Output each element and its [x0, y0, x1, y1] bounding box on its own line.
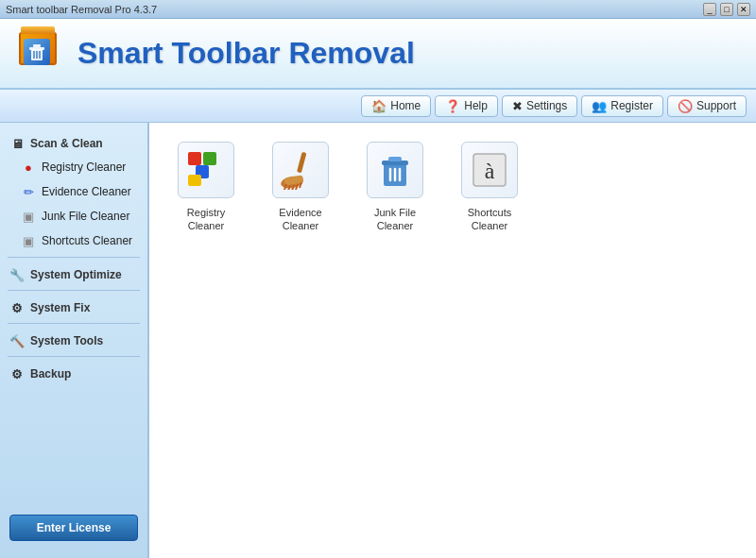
sidebar-item-evidence-cleaner[interactable]: ✏ Evidence Cleaner [0, 179, 147, 204]
evidence-cleaner-icon-box [272, 142, 329, 198]
svg-text:à: à [485, 159, 495, 183]
cleaner-item-evidence[interactable]: Evidence Cleaner [263, 142, 338, 233]
cleaner-item-shortcuts[interactable]: à Shortcuts Cleaner [452, 142, 527, 233]
junk-cleaner-svg [375, 150, 415, 190]
registry-cleaner-label: Registry Cleaner [168, 206, 244, 233]
system-fix-icon: ⚙ [9, 300, 25, 315]
maximize-button[interactable]: □ [720, 3, 733, 16]
app-title: Smart Toolbar Removal [77, 36, 415, 71]
svg-rect-6 [188, 152, 201, 165]
cleaner-item-registry[interactable]: Registry Cleaner [168, 142, 244, 233]
settings-icon: ✖ [512, 99, 523, 113]
cleaner-grid: Registry Cleaner [168, 142, 737, 233]
shortcuts-cleaner-icon-box: à [461, 142, 518, 198]
shortcuts-cleaner-icon: ▣ [21, 233, 36, 248]
cleaner-item-junk[interactable]: Junk File Cleaner [357, 142, 433, 233]
sidebar: 🖥 Scan & Clean ● Registry Cleaner ✏ Evid… [0, 123, 149, 558]
backup-icon: ⚙ [9, 366, 25, 381]
junk-file-cleaner-icon: ▣ [21, 209, 36, 224]
registry-cleaner-icon: ● [21, 160, 36, 175]
enter-license-button[interactable]: Enter License [9, 515, 138, 541]
junk-file-cleaner-icon-box [367, 142, 423, 198]
shortcuts-cleaner-svg: à [470, 150, 509, 190]
shortcuts-cleaner-label: Shortcuts Cleaner [452, 206, 527, 233]
evidence-cleaner-svg [281, 150, 320, 190]
content-area: Registry Cleaner [149, 123, 756, 558]
home-button[interactable]: 🏠 Home [361, 95, 431, 117]
registry-cleaner-svg [186, 150, 226, 190]
help-icon: ❓ [445, 99, 460, 113]
sidebar-bottom: Enter License [0, 505, 147, 550]
sidebar-item-scan-clean[interactable]: 🖥 Scan & Clean [0, 130, 147, 155]
sidebar-divider-3 [8, 323, 140, 324]
svg-rect-2 [33, 44, 41, 47]
sidebar-item-system-tools[interactable]: 🔨 System Tools [0, 328, 147, 352]
help-button[interactable]: ❓ Help [435, 95, 498, 117]
svg-rect-7 [203, 152, 216, 165]
evidence-cleaner-label: Evidence Cleaner [263, 206, 338, 233]
register-icon: 👥 [592, 99, 607, 113]
settings-button[interactable]: ✖ Settings [502, 95, 577, 117]
app-logo [14, 27, 66, 79]
scan-clean-icon: 🖥 [9, 136, 25, 151]
register-button[interactable]: 👥 Register [581, 95, 663, 117]
svg-rect-10 [297, 152, 307, 174]
support-button[interactable]: 🚫 Support [667, 95, 747, 117]
sidebar-divider-1 [8, 257, 140, 258]
junk-cleaner-label: Junk File Cleaner [357, 206, 433, 233]
app-header: Smart Toolbar Removal [0, 19, 756, 90]
system-optimize-icon: 🔧 [9, 267, 25, 282]
svg-rect-20 [388, 157, 402, 161]
registry-cleaner-icon-box [178, 142, 234, 198]
sidebar-item-system-fix[interactable]: ⚙ System Fix [0, 295, 147, 319]
title-bar-text: Smart toolbar Removal Pro 4.3.7 [6, 4, 157, 15]
sidebar-item-backup[interactable]: ⚙ Backup [0, 361, 147, 385]
sidebar-item-system-optimize[interactable]: 🔧 System Optimize [0, 262, 147, 286]
nav-bar: 🏠 Home ❓ Help ✖ Settings 👥 Register 🚫 Su… [0, 90, 756, 123]
sidebar-item-junk-file-cleaner[interactable]: ▣ Junk File Cleaner [0, 204, 147, 228]
svg-rect-1 [29, 47, 44, 50]
sidebar-item-registry-cleaner[interactable]: ● Registry Cleaner [0, 155, 147, 179]
title-bar-controls: _ □ ✕ [703, 3, 750, 16]
sidebar-item-shortcuts-cleaner[interactable]: ▣ Shortcuts Cleaner [0, 228, 147, 253]
close-button[interactable]: ✕ [737, 3, 750, 16]
sidebar-divider-2 [8, 290, 140, 291]
evidence-cleaner-icon: ✏ [21, 184, 36, 199]
support-icon: 🚫 [678, 99, 693, 113]
svg-rect-9 [188, 175, 201, 186]
home-icon: 🏠 [371, 99, 387, 113]
title-bar: Smart toolbar Removal Pro 4.3.7 _ □ ✕ [0, 0, 756, 19]
minimize-button[interactable]: _ [703, 3, 716, 16]
main-layout: 🖥 Scan & Clean ● Registry Cleaner ✏ Evid… [0, 123, 756, 558]
system-tools-icon: 🔨 [9, 333, 25, 348]
logo-trash-icon [24, 39, 50, 65]
sidebar-divider-4 [8, 356, 140, 357]
